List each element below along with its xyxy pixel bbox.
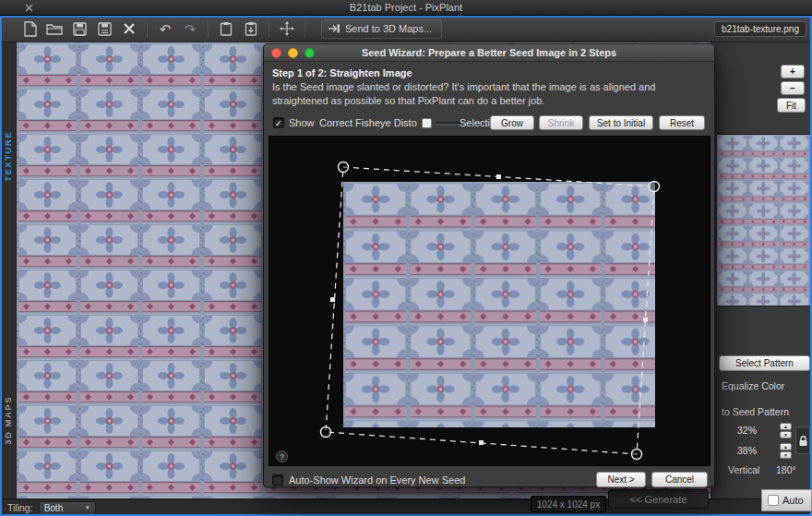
main-toolbar: ↶ ↷ Send to 3D Maps... b21tab-texture.pn… xyxy=(0,16,812,42)
auto-checkbox[interactable] xyxy=(768,495,779,506)
show-label: Show xyxy=(289,117,315,128)
equalize-color-label[interactable]: Equalize Color xyxy=(722,380,784,391)
dialog-close-button[interactable] xyxy=(271,48,281,58)
lock-icon xyxy=(798,435,808,447)
help-button[interactable]: ? xyxy=(276,450,288,462)
vertical-option-label[interactable]: Vertical xyxy=(728,464,759,475)
show-toggle[interactable]: ✓ Show xyxy=(273,115,315,130)
lock-ratio-button[interactable] xyxy=(795,426,810,454)
autoshow-label: Auto-Show Wizard on Every New Seed xyxy=(289,474,465,486)
to-seed-pattern-label[interactable]: to Seed Pattern xyxy=(722,406,789,417)
grow-button[interactable]: Grow xyxy=(490,115,534,130)
stepper-down-icon: ▼ xyxy=(780,451,792,459)
open-project-icon[interactable] xyxy=(45,19,64,38)
new-project-icon[interactable] xyxy=(20,19,39,38)
step-description: Is the Seed image slanted or distorted? … xyxy=(272,80,710,108)
auto-generate-toggle[interactable]: Auto xyxy=(761,489,812,511)
fisheye-slider[interactable] xyxy=(436,122,460,125)
cancel-button[interactable]: Cancel xyxy=(651,472,708,487)
rotation-angle-label[interactable]: 180° xyxy=(776,464,796,475)
tab-3d-maps[interactable]: 3D MAPS xyxy=(3,396,13,445)
send-arrow-icon xyxy=(328,23,340,34)
selection-corner-handles[interactable] xyxy=(321,162,660,460)
paste-into-selection-icon[interactable] xyxy=(242,19,260,38)
seed-filename-badge: b21tab-texture.png xyxy=(714,21,806,37)
tab-texture[interactable]: TEXTURE xyxy=(3,131,13,182)
right-panel: + − Fit Select Pattern Equalize Color to… xyxy=(710,42,812,498)
dialog-titlebar[interactable]: Seed Wizard: Prepare a Better Seed Image… xyxy=(264,44,714,62)
move-tool-icon[interactable] xyxy=(278,19,296,38)
step-heading: Step 1 of 2: Straighten Image xyxy=(272,67,412,78)
window-titlebar: B21tab Project - PixPlant xyxy=(0,0,812,16)
toolbar-separator xyxy=(269,19,269,38)
selection-quad[interactable] xyxy=(326,167,654,454)
save-icon[interactable] xyxy=(70,19,89,38)
redo-icon[interactable]: ↷ xyxy=(181,19,199,38)
straighten-preview[interactable]: ? xyxy=(269,136,710,466)
app-window: B21tab Project - PixPlant ↶ ↷ xyxy=(0,0,812,516)
toolbar-separator xyxy=(147,19,148,38)
next-button[interactable]: Next > xyxy=(596,472,646,487)
fisheye-label: Correct Fisheye Disto xyxy=(319,117,417,128)
close-project-icon[interactable] xyxy=(120,19,138,38)
generate-button[interactable]: << Generate xyxy=(608,489,709,509)
send-to-3d-maps-button[interactable]: Send to 3D Maps... xyxy=(321,19,442,39)
shrink-button[interactable]: Shrink xyxy=(539,115,583,130)
auto-label: Auto xyxy=(782,495,804,506)
undo-icon[interactable]: ↶ xyxy=(156,19,174,38)
tiling-dropdown[interactable]: Both ▼ xyxy=(39,501,96,515)
autoshow-checkbox[interactable] xyxy=(272,474,283,486)
stepper-up-icon: ▲ xyxy=(780,443,792,450)
canvas-size-badge: 1024 x 1024 px xyxy=(531,496,606,512)
toolbar-separator xyxy=(304,19,305,38)
paste-as-seed-icon[interactable] xyxy=(217,19,235,38)
toolbar-separator xyxy=(208,19,209,38)
window-title: B21tab Project - PixPlant xyxy=(350,2,462,13)
selection-mid-handles[interactable] xyxy=(330,174,648,445)
titlebar-close-icon[interactable] xyxy=(24,3,34,13)
percent-1-stepper[interactable]: ▲ ▼ xyxy=(780,423,792,438)
fit-button[interactable]: Fit xyxy=(777,98,806,113)
tiling-label: Tiling: xyxy=(7,502,33,513)
reset-button[interactable]: Reset xyxy=(659,115,705,130)
percent-value-1: 32% xyxy=(737,425,757,436)
dialog-zoom-button[interactable] xyxy=(304,48,315,58)
dialog-minimize-button[interactable] xyxy=(288,48,298,58)
zoom-out-button[interactable]: − xyxy=(781,81,805,95)
fisheye-control[interactable]: Correct Fisheye Disto xyxy=(319,115,460,130)
dialog-title: Seed Wizard: Prepare a Better Seed Image… xyxy=(362,47,616,58)
seed-wizard-dialog: Seed Wizard: Prepare a Better Seed Image… xyxy=(263,43,715,487)
set-to-initial-button[interactable]: Set to Initial xyxy=(589,115,653,130)
percent-2-stepper[interactable]: ▲ ▼ xyxy=(780,443,792,459)
zoom-in-button[interactable]: + xyxy=(781,65,805,78)
texture-preview-thumbnail[interactable] xyxy=(717,134,812,306)
selection-overlay xyxy=(269,137,710,466)
percent-value-2: 38% xyxy=(737,445,757,456)
autoshow-toggle[interactable]: Auto-Show Wizard on Every New Seed xyxy=(272,473,465,487)
chevron-down-icon: ▼ xyxy=(85,505,90,510)
show-checkbox[interactable]: ✓ xyxy=(273,117,284,128)
select-pattern-button[interactable]: Select Pattern xyxy=(719,355,810,371)
stepper-down-icon: ▼ xyxy=(780,431,792,438)
stepper-up-icon: ▲ xyxy=(780,423,792,430)
side-tab-strip: TEXTURE 3D MAPS xyxy=(0,42,17,498)
save-as-icon[interactable] xyxy=(95,19,113,38)
fisheye-checkbox[interactable] xyxy=(422,118,432,128)
